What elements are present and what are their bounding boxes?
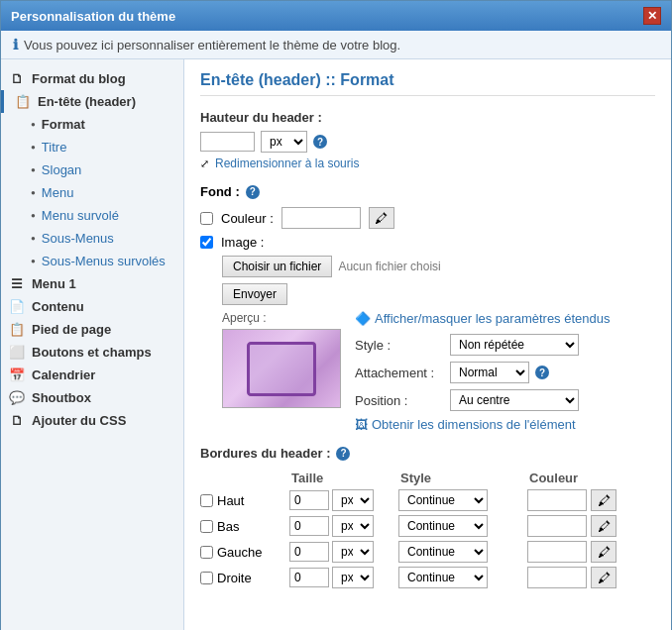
bas-eyedropper-btn[interactable]: 🖍 [591,515,616,537]
sidebar-item-sous-menus-survolés[interactable]: ● Sous-Menus survolés [23,250,183,272]
close-button[interactable]: ✕ [643,7,661,25]
droite-style-select[interactable]: Continue Pointillés Tirets [398,567,488,588]
droite-text: Droite [217,571,252,585]
bordures-info-icon[interactable]: ? [336,447,350,461]
image-label: Image : [221,235,264,250]
info-bar: ℹ Vous pouvez ici personnaliser entièrem… [1,31,671,59]
sidebar-item-boutons-champs[interactable]: ⬜ Boutons et champs [1,341,183,364]
send-btn[interactable]: Envoyer [222,283,287,305]
droite-couleur-cell: 🖍 [527,567,655,588]
dims-label: Obtenir les dimensions de l'élément [372,417,576,432]
en-tete-icon: 📋 [13,94,33,109]
style-select[interactable]: Non répétée Répétée Répétée X Répétée Y [450,334,579,356]
sidebar-item-titre[interactable]: ● Titre [23,136,183,158]
sidebar-sub-label: Format [42,117,85,132]
couleur-checkbox[interactable] [200,212,213,225]
couleur-eyedropper-btn[interactable]: 🖍 [369,207,394,229]
haut-size-unit-select[interactable]: px [332,489,374,511]
resize-row: ⤢ Redimensionner à la souris [200,157,655,170]
sidebar-item-calendrier[interactable]: 📅 Calendrier [1,364,183,386]
bordure-label-bas: Bas [200,519,289,534]
contenu-icon: 📄 [7,299,27,314]
dialog-title: Personnalisation du thème [11,9,175,24]
fond-label: Fond : [200,184,240,199]
droite-size-cell: px [289,567,398,588]
bas-size-input[interactable] [289,516,329,536]
sidebar-sub-label: Sous-Menus survolés [42,254,166,268]
bordures-header: Bordures du header : ? [200,446,655,461]
hauteur-input[interactable]: 976 [200,132,255,152]
bullet-icon: ● [31,257,36,265]
position-select[interactable]: Au centre En haut En bas À gauche À droi… [450,389,579,411]
hauteur-input-row: 976 px % em ? [200,131,655,153]
info-message: Vous pouvez ici personnaliser entièremen… [24,38,400,52]
hauteur-info-icon[interactable]: ? [313,135,327,149]
sidebar-item-en-tete[interactable]: 📋 En-tête (header) [1,90,183,113]
gauche-style-select[interactable]: Continue Pointillés Tirets [398,541,488,563]
droite-checkbox[interactable] [200,572,213,584]
dialog-body: 🗋 Format du blog 📋 En-tête (header) ● Fo… [1,59,671,630]
bordure-label-haut: Haut [200,493,289,508]
gauche-checkbox[interactable] [200,546,213,559]
info-icon: ℹ [13,37,18,52]
apercu-section: Aperçu : [222,311,341,432]
haut-eyedropper-btn[interactable]: 🖍 [591,489,616,511]
resize-link[interactable]: Redimensionner à la souris [215,157,359,170]
menu1-icon: ☰ [7,276,27,291]
sidebar-item-slogan[interactable]: ● Slogan [23,158,183,181]
sidebar-item-contenu[interactable]: 📄 Contenu [1,295,183,318]
haut-style-cell: Continue Pointillés Tirets [398,489,527,511]
file-section: Choisir un fichier Aucun fichier choisi … [200,256,655,432]
bordures-col-headers: Taille Style Couleur [200,471,655,485]
gauche-size-input[interactable] [289,542,329,562]
droite-style-cell: Continue Pointillés Tirets [398,567,527,588]
sidebar-item-format[interactable]: ● Format [23,113,183,136]
sidebar-item-label: Menu 1 [32,276,76,291]
choose-file-btn[interactable]: Choisir un fichier [222,256,332,277]
sidebar-item-format-blog[interactable]: 🗋 Format du blog [1,67,183,90]
sidebar-item-menu-survole[interactable]: ● Menu survolé [23,204,183,227]
sidebar-item-menu[interactable]: ● Menu [23,181,183,204]
fond-info-icon[interactable]: ? [246,185,260,199]
sidebar: 🗋 Format du blog 📋 En-tête (header) ● Fo… [1,59,184,630]
sidebar-item-pied-de-page[interactable]: 📋 Pied de page [1,318,183,341]
bas-checkbox[interactable] [200,520,213,533]
gauche-style-cell: Continue Pointillés Tirets [398,541,527,563]
apercu-inner [223,330,340,407]
gauche-size-cell: px [289,541,398,563]
sidebar-item-sous-menus[interactable]: ● Sous-Menus [23,227,183,250]
gauche-size-unit-select[interactable]: px [332,541,374,563]
haut-size-input[interactable] [289,490,329,510]
bas-style-select[interactable]: Continue Pointillés Tirets [398,515,488,537]
dialog: Personnalisation du thème ✕ ℹ Vous pouve… [0,0,672,630]
hauteur-unit-select[interactable]: px % em [261,131,307,153]
attachement-select[interactable]: Normal Fixe [450,362,529,383]
haut-checkbox[interactable] [200,494,213,507]
droite-size-unit-select[interactable]: px [332,567,374,588]
dims-link[interactable]: 🖼 Obtenir les dimensions de l'élément [355,417,655,432]
droite-couleur-box [527,567,587,588]
bas-text: Bas [217,519,239,534]
gauche-couleur-cell: 🖍 [527,541,655,563]
couleur-input[interactable] [281,207,361,229]
toggle-extended-link[interactable]: 🔷 Afficher/masquer les paramètres étendu… [355,311,655,326]
no-file-text: Aucun fichier choisi [338,260,440,273]
sidebar-item-label: En-tête (header) [38,94,136,109]
calendrier-icon: 📅 [7,368,27,382]
attachement-info-icon[interactable]: ? [535,366,549,379]
sidebar-item-menu1[interactable]: ☰ Menu 1 [1,272,183,295]
haut-size-cell: px [289,489,398,511]
bordure-label-droite: Droite [200,571,289,585]
file-row: Choisir un fichier Aucun fichier choisi [222,256,655,277]
gauche-eyedropper-btn[interactable]: 🖍 [591,541,616,563]
position-label: Position : [355,393,444,408]
droite-size-input[interactable] [289,568,329,587]
bas-size-unit-select[interactable]: px [332,515,374,537]
sidebar-item-ajouter-css[interactable]: 🗋 Ajouter du CSS [1,409,183,432]
droite-eyedropper-btn[interactable]: 🖍 [591,567,616,588]
gauche-text: Gauche [217,545,263,560]
haut-style-select[interactable]: Continue Pointillés Tirets [398,489,488,511]
image-checkbox[interactable] [200,236,213,249]
attachement-row: Attachement : Normal Fixe ? [355,362,655,383]
sidebar-item-shoutbox[interactable]: 💬 Shoutbox [1,386,183,409]
